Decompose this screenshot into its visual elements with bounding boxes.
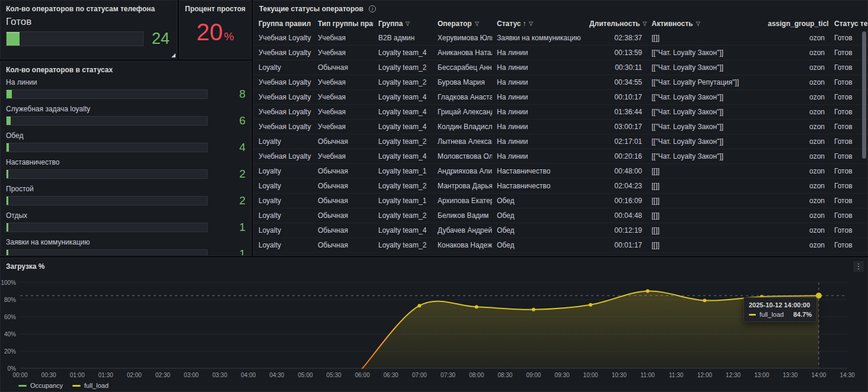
table-row: LoyaltyОбычнаяLoyalty team_2Беликов Вади… — [254, 208, 867, 223]
gauge-value: 24 — [152, 31, 170, 47]
table-cell: Loyalty team_2 — [374, 238, 433, 253]
table-cell: [["Чат. Loyalty Закон"]] — [647, 149, 763, 164]
info-icon[interactable]: i — [369, 5, 376, 12]
table-cell: Loyalty team_4 — [374, 105, 433, 120]
panel-menu-icon[interactable]: ⋮ — [853, 261, 864, 272]
bar-gauge-value: 4 — [215, 142, 245, 153]
table-cell: 00:20:16 — [585, 149, 647, 164]
table-cell: 02:17:01 — [585, 134, 647, 149]
grafana-dashboard: Кол-во операторов по статусам телефона Г… — [0, 0, 868, 392]
table-cell: На линии — [492, 90, 585, 105]
filter-icon[interactable] — [693, 20, 701, 28]
table-cell: Учебная — [313, 105, 374, 120]
table-cell: Loyalty team_2 — [374, 75, 433, 90]
column-header-label: Статус — [497, 20, 521, 28]
bar-gauge-track — [6, 249, 208, 256]
table-cell: Обед — [492, 208, 585, 223]
table-row: Учебная LoyaltyУчебнаяLoyalty team_2Буро… — [254, 75, 867, 90]
legend-item-full_load[interactable]: full_load — [72, 382, 108, 389]
table-cell: [[]] — [647, 238, 763, 253]
table-cell: 00:04:48 — [585, 208, 647, 223]
table-cell: Обычная — [313, 208, 374, 223]
table-cell: Обычная — [313, 194, 374, 208]
legend-label: full_load — [84, 382, 108, 389]
svg-text:10:30: 10:30 — [612, 372, 627, 378]
table-row: Учебная LoyaltyУчебнаяLoyalty team_4Моло… — [254, 149, 867, 164]
bar-gauge-label: Наставничество — [6, 158, 245, 166]
load-chart-svg[interactable]: 0%20%40%60%80%100%00:0000:3001:0001:3002… — [1, 258, 867, 391]
table-cell: Обед — [492, 223, 585, 238]
table-cell: Loyalty team_4 — [374, 149, 433, 164]
table-cell: Обычная — [313, 134, 374, 149]
table-cell: Loyalty team_1 — [374, 164, 433, 179]
column-header-4[interactable]: Статус↑ — [492, 17, 585, 31]
column-header-label: Тип группы прав — [318, 20, 374, 28]
column-header-5[interactable]: Длительность — [585, 17, 647, 31]
column-header-label: Группа — [378, 20, 403, 28]
table-cell: [["Чат. Loyalty Репутация"]] — [647, 75, 763, 90]
legend-label: Occupancy — [30, 382, 63, 389]
column-header-0[interactable]: Группа правил — [254, 17, 313, 31]
svg-text:08:00: 08:00 — [469, 372, 484, 378]
table-cell: На линии — [492, 46, 585, 60]
panel-title-idle-percent[interactable]: Процент простоя — [180, 1, 251, 15]
bar-gauge-track — [6, 89, 208, 99]
filter-icon[interactable] — [640, 20, 647, 28]
table-cell: Loyalty — [254, 223, 313, 238]
svg-text:60%: 60% — [4, 314, 16, 320]
filter-icon[interactable] — [472, 20, 480, 28]
column-header-7[interactable]: assign_group_ticl — [763, 17, 829, 31]
filter-icon[interactable] — [311, 20, 313, 28]
bar-gauge-fill — [7, 197, 8, 205]
bar-gauge-label: На линии — [6, 78, 245, 86]
table-cell: Колдин Владислав — [433, 120, 492, 134]
panel-resize-handle[interactable] — [171, 53, 175, 57]
filter-icon[interactable] — [829, 20, 829, 28]
table-row: Учебная LoyaltyУчебнаяLoyalty team_4Колд… — [254, 120, 867, 134]
table-row: LoyaltyОбычнаяLoyalty team_2Бессарабец А… — [254, 60, 867, 75]
table-cell: Готов — [829, 223, 867, 238]
table-cell: ozon — [763, 46, 829, 60]
filter-icon[interactable] — [526, 20, 534, 28]
svg-text:00:00: 00:00 — [12, 372, 27, 378]
svg-text:09:00: 09:00 — [526, 372, 541, 378]
column-header-1[interactable]: Тип группы прав — [313, 17, 374, 31]
panel-title-load-chart[interactable]: Загрузка % — [1, 258, 50, 273]
gauge-fill — [7, 32, 20, 46]
time-series-chart[interactable]: 0%20%40%60%80%100%00:0000:3001:0001:3002… — [1, 258, 867, 391]
column-header-8[interactable]: Статус тел — [829, 17, 867, 31]
svg-text:00:30: 00:30 — [42, 372, 56, 378]
table-cell: [[]] — [647, 164, 763, 179]
panel-title-status-counts[interactable]: Кол-во операторов в статусах — [1, 62, 251, 76]
panel-operator-table: Текущие статусы операторов i Группа прав… — [253, 0, 868, 256]
column-header-3[interactable]: Оператор — [433, 17, 492, 31]
table-cell: Учебная — [313, 149, 374, 164]
table-cell: На линии — [492, 134, 585, 149]
status-counts-list: На линии8Служебная задача loyalty6Обед4Н… — [1, 76, 251, 256]
table-cell: Готов — [829, 164, 867, 179]
table-cell: ozon — [763, 208, 829, 223]
table-cell: Loyalty team_4 — [374, 46, 433, 60]
table-cell: Учебная Loyalty — [254, 90, 313, 105]
bar-gauge-fill — [7, 170, 8, 178]
table-cell: Loyalty team_2 — [374, 208, 433, 223]
column-header-6[interactable]: Активность — [647, 17, 763, 31]
column-header-2[interactable]: Группа — [374, 17, 433, 31]
table-cell: Учебная Loyalty — [254, 75, 313, 90]
table-cell: ozon — [763, 90, 829, 105]
bar-gauge-track — [6, 116, 208, 126]
chart-legend: Occupancyfull_load — [18, 382, 108, 389]
legend-item-Occupancy[interactable]: Occupancy — [18, 382, 63, 389]
svg-text:01:00: 01:00 — [70, 372, 85, 378]
filter-icon[interactable] — [403, 20, 410, 28]
table-cell: Готов — [829, 208, 867, 223]
bar-gauge-value: 8 — [215, 88, 245, 99]
panel-load-chart: 0%20%40%60%80%100%00:0000:3001:0001:3002… — [0, 258, 868, 392]
table-cell: 00:01:17 — [585, 238, 647, 253]
table-scrollbar[interactable] — [862, 31, 866, 159]
table-cell: B2B админ — [374, 31, 433, 46]
table-cell: [[]] — [647, 208, 763, 223]
panel-title-operator-table[interactable]: Текущие статусы операторов — [254, 1, 369, 15]
table-cell: На линии — [492, 120, 585, 134]
panel-title-phone-statuses[interactable]: Кол-во операторов по статусам телефона — [1, 1, 177, 15]
